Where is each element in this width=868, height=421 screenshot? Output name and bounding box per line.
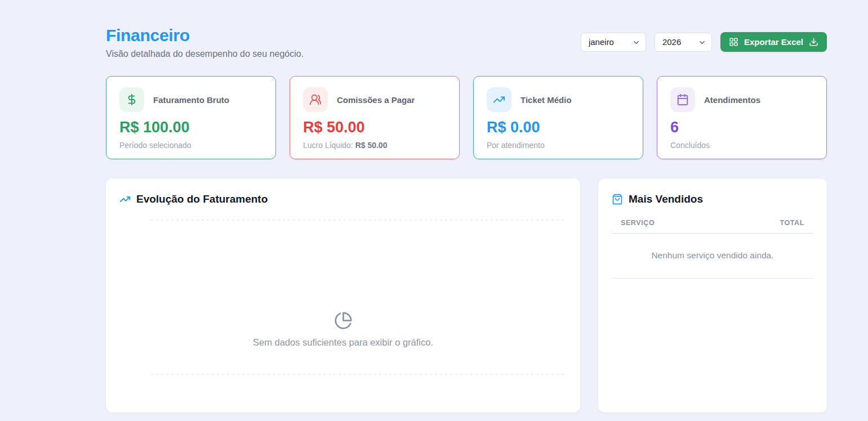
page-title: Financeiro (106, 26, 304, 45)
year-select-wrap: 2026 (655, 33, 712, 52)
stat-card-faturamento-bruto: Faturamento Bruto R$ 100.00 Período sele… (106, 76, 276, 159)
page-header: Financeiro Visão detalhada do desempenho… (106, 26, 827, 59)
stat-card-atendimentos: Atendimentos 6 Concluídos (657, 76, 827, 159)
year-select[interactable]: 2026 (655, 33, 712, 52)
month-select-wrap: janeiro (581, 33, 646, 52)
stat-card-subtitle: Lucro Líquido: R$ 50.00 (303, 141, 446, 150)
revenue-evolution-title: Evolução do Faturamento (119, 193, 567, 205)
stat-card-title: Ticket Médio (520, 95, 572, 105)
chart-empty-message: Sem dados suficientes para exibir o gráf… (253, 337, 433, 348)
top-services-empty-message: Nenhum serviço vendido ainda. (612, 234, 813, 279)
stat-cards-row: Faturamento Bruto R$ 100.00 Período sele… (106, 76, 827, 159)
stat-card-value: R$ 100.00 (119, 119, 262, 136)
stat-card-comissoes-a-pagar: Comissões a Pagar R$ 50.00 Lucro Líquido… (290, 76, 460, 159)
month-select[interactable]: janeiro (581, 33, 646, 52)
top-services-title: Mais Vendidos (612, 193, 813, 205)
chart-gridline-bottom (151, 374, 567, 375)
page-subtitle: Visão detalhada do desempenho do seu neg… (106, 49, 304, 59)
header-controls: janeiro 2026 Exportar Excel (581, 32, 827, 52)
export-excel-label: Exportar Excel (744, 37, 803, 47)
chart-empty-state: Sem dados suficientes para exibir o gráf… (119, 311, 567, 348)
trending-up-icon (487, 87, 511, 112)
stat-card-value: R$ 0.00 (487, 119, 630, 136)
stat-card-subtitle: Concluídos (670, 141, 813, 150)
column-header-total: TOTAL (780, 219, 804, 227)
stat-card-title: Atendimentos (704, 95, 760, 105)
export-excel-button[interactable]: Exportar Excel (720, 32, 827, 52)
stat-card-value: 6 (670, 119, 813, 136)
trending-up-icon (119, 194, 131, 205)
top-services-table-header: SERVIÇO TOTAL (612, 219, 813, 234)
pie-chart-icon (334, 311, 353, 330)
stat-card-title: Faturamento Bruto (153, 95, 229, 105)
top-services-panel: Mais Vendidos SERVIÇO TOTAL Nenhum servi… (598, 178, 827, 413)
top-services-table: SERVIÇO TOTAL Nenhum serviço vendido ain… (612, 219, 813, 279)
revenue-chart-area: Sem dados suficientes para exibir o gráf… (119, 220, 567, 375)
shopping-bag-icon (612, 194, 623, 205)
stat-card-subtitle: Período selecionado (119, 141, 262, 150)
stat-card-title: Comissões a Pagar (337, 95, 415, 105)
stat-card-subtitle: Por atendimento (487, 141, 630, 150)
financial-dashboard-page: Financeiro Visão detalhada do desempenho… (106, 0, 827, 413)
column-header-servico: SERVIÇO (621, 219, 655, 227)
revenue-evolution-panel: Evolução do Faturamento Sem dados sufici… (106, 178, 580, 413)
download-icon (809, 37, 818, 47)
layout-grid-icon (729, 37, 738, 47)
chart-gridline-top (151, 220, 567, 221)
stat-card-ticket-medio: Ticket Médio R$ 0.00 Por atendimento (473, 76, 643, 159)
stat-card-value: R$ 50.00 (303, 119, 446, 136)
calendar-icon (670, 87, 695, 112)
main-panels-row: Evolução do Faturamento Sem dados sufici… (106, 178, 827, 413)
users-icon (303, 87, 328, 112)
dollar-sign-icon (119, 87, 144, 112)
page-header-text: Financeiro Visão detalhada do desempenho… (106, 26, 304, 59)
